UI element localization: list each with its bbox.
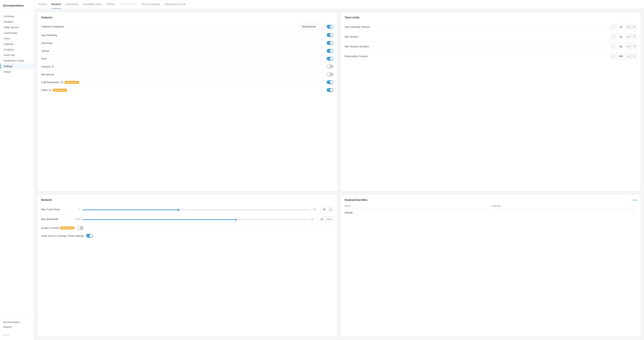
feature-label-text-camera: Camera xyxy=(41,65,50,68)
slider-max-bandwidth[interactable] xyxy=(82,219,308,220)
time-row-reservation-timeout: Reservation Timeout−sec+ xyxy=(344,51,637,61)
tab-general[interactable]: General xyxy=(38,0,47,8)
feature-label-text-usb-redirection: USB Redirection xyxy=(41,81,60,84)
sidebar-item-sandbox[interactable]: Sandbox xyxy=(0,19,34,24)
toggle-microphone[interactable] xyxy=(326,72,334,76)
feature-label-app-switching: App Switching xyxy=(41,34,326,36)
sidebar-item-summary[interactable]: Summary xyxy=(0,14,34,19)
time-limits-title: Time Limits xyxy=(344,16,637,19)
keyboard-profiles-title: Keyboard profiles xyxy=(344,198,368,202)
sidebar-item-users[interactable]: Users xyxy=(0,36,34,41)
help-icon-camera[interactable]: ? xyxy=(51,65,54,68)
keyboard-profiles-header: Keyboard profiles Add xyxy=(344,198,637,202)
feature-row-microphone: Microphone xyxy=(41,70,334,78)
sidebar-item-launchpads[interactable]: Launchpads xyxy=(0,30,34,36)
features-title: Features xyxy=(41,16,334,19)
slider-min-max-frame-rate: 5 xyxy=(74,208,80,210)
decrement-idle-timeout[interactable]: − xyxy=(611,34,616,39)
slider-max-max-frame-rate: 60 xyxy=(313,208,318,210)
keyboard-profile-actions-button[interactable]: ⋮ xyxy=(632,211,637,214)
feature-row-clipboard-integration: Clipboard IntegrationBidirectionalClient… xyxy=(41,22,334,31)
slider-max-max-bandwidth: 32 xyxy=(311,218,316,220)
increment-idle-timeout[interactable]: + xyxy=(632,34,637,39)
network-label-max-bandwidth: Max Bandwidth xyxy=(41,218,72,220)
feature-label-camera: Camera? xyxy=(41,65,326,68)
sidebar-item-notification-center[interactable]: Notification Center xyxy=(0,58,34,64)
network-card: Network Max Frame Rate560fpsMax Bandwidt… xyxy=(37,194,338,337)
sidebar-bottom-documentation[interactable]: Documentation xyxy=(3,320,31,324)
sidebar-item-audit-trail[interactable]: Audit Trail xyxy=(0,52,34,58)
toggle-allow-users-change[interactable] xyxy=(86,234,93,238)
feature-label-print: Print xyxy=(41,57,326,60)
slider-max-frame-rate[interactable] xyxy=(82,210,311,210)
add-keyboard-profile-button[interactable]: Add xyxy=(632,198,637,202)
toggle-upload[interactable] xyxy=(326,49,334,53)
sidebar-bottom-support[interactable]: Support xyxy=(3,324,31,329)
slider-min-max-bandwidth: 0.256 xyxy=(74,218,80,220)
tabs-bar: GeneralSessionNetworkingAvailability Zon… xyxy=(34,0,644,9)
tab-deployment-group[interactable]: Deployment Group xyxy=(165,0,186,8)
input-idle-timeout[interactable] xyxy=(616,34,626,39)
network-label-allow-users-change: Allow Users to Change These Settings xyxy=(41,234,84,237)
slider-value-input-max-frame-rate[interactable] xyxy=(320,206,328,212)
increment-max-session-duration[interactable]: + xyxy=(632,44,637,49)
time-row-idle-timeout: Idle Timeout−min+ xyxy=(344,32,637,42)
feature-label-text-download: Download xyxy=(41,42,52,44)
feature-label-text-print: Print xyxy=(41,57,46,60)
features-card: Features Clipboard IntegrationBidirectio… xyxy=(37,12,338,191)
toggle-print[interactable] xyxy=(326,57,334,60)
toggle-enable-yuv444[interactable] xyxy=(77,226,84,230)
sidebar-bottom: DocumentationSupport xyxy=(0,316,34,332)
toggle-clipboard-integration[interactable] xyxy=(326,25,334,28)
toggle-app-switching[interactable] xyxy=(326,33,334,37)
tab-session[interactable]: Session xyxy=(51,0,61,8)
feature-row-app-switching: App Switching xyxy=(41,31,334,39)
toggle-download[interactable] xyxy=(326,41,334,45)
sidebar-nav: SummarySandboxUtility ServersLaunchpadsU… xyxy=(0,14,34,316)
feature-label-usb-redirection: USB Redirection?Early Access xyxy=(41,81,326,84)
toggle-camera[interactable] xyxy=(326,64,334,68)
sidebar-item-status[interactable]: Status xyxy=(0,69,34,74)
help-icon-frpb[interactable]: ? xyxy=(49,89,51,92)
tab-domain-settings[interactable]: Domain Settings xyxy=(142,0,160,8)
input-reservation-timeout[interactable] xyxy=(616,54,626,59)
sidebar-item-settings[interactable]: Settings xyxy=(0,64,34,69)
tab-availability-zones[interactable]: Availability Zones xyxy=(82,0,102,8)
time-label-reservation-timeout: Reservation Timeout xyxy=(344,55,611,58)
sidebar-item-capacity[interactable]: Capacity xyxy=(0,41,34,47)
feature-label-text-microphone: Microphone xyxy=(41,73,54,76)
keyboard-profiles-table-header: NameLanguage xyxy=(344,204,637,209)
slider-unit-max-frame-rate: fps xyxy=(328,206,333,212)
sidebar-item-utility-servers[interactable]: Utility Servers xyxy=(0,24,34,30)
time-row-user-inactivity-timeout: User Inactivity Timeout−min+ xyxy=(344,22,637,32)
keyboard-profile-row: Default-⋮ xyxy=(344,209,637,216)
network-row-max-bandwidth: Max Bandwidth0.25632Mbps xyxy=(41,214,334,224)
decrement-max-session-duration[interactable]: − xyxy=(611,44,616,49)
toggle-usb-redirection[interactable] xyxy=(326,80,334,84)
early-access-badge-enable-yuv444: Early Access xyxy=(60,226,74,230)
feature-label-text-frpb: FRP8 xyxy=(41,89,48,92)
sidebar-item-analytics[interactable]: Analytics xyxy=(0,47,34,52)
help-icon-usb-redirection[interactable]: ? xyxy=(61,81,64,84)
time-label-idle-timeout: Idle Timeout xyxy=(344,35,611,38)
toggle-frpb[interactable] xyxy=(326,88,334,92)
unit-idle-timeout: min xyxy=(626,34,632,39)
tab-networking[interactable]: Networking xyxy=(66,0,78,8)
unit-user-inactivity-timeout: min xyxy=(626,24,632,30)
feature-label-upload: Upload xyxy=(41,50,326,52)
clipboard-direction-select[interactable]: BidirectionalClient to HostHost to Clien… xyxy=(300,24,325,29)
early-access-badge-usb-redirection: Early Access xyxy=(64,81,79,84)
increment-reservation-timeout[interactable]: + xyxy=(632,54,637,59)
input-max-session-duration[interactable] xyxy=(616,44,626,49)
decrement-reservation-timeout[interactable]: − xyxy=(611,54,616,59)
feature-label-frpb: FRP8?Early Access xyxy=(41,89,326,92)
time-limits-card: Time Limits User Inactivity Timeout−min+… xyxy=(340,12,641,191)
tab-profiles[interactable]: Profiles xyxy=(106,0,115,8)
slider-value-input-max-bandwidth[interactable] xyxy=(318,216,326,222)
network-title: Network xyxy=(41,198,334,202)
increment-user-inactivity-timeout[interactable]: + xyxy=(632,24,637,30)
kb-column-header-language: Language xyxy=(491,204,637,207)
decrement-user-inactivity-timeout[interactable]: − xyxy=(611,24,616,30)
slider-unit-max-bandwidth: Mbps xyxy=(326,216,333,222)
input-user-inactivity-timeout[interactable] xyxy=(616,24,626,30)
